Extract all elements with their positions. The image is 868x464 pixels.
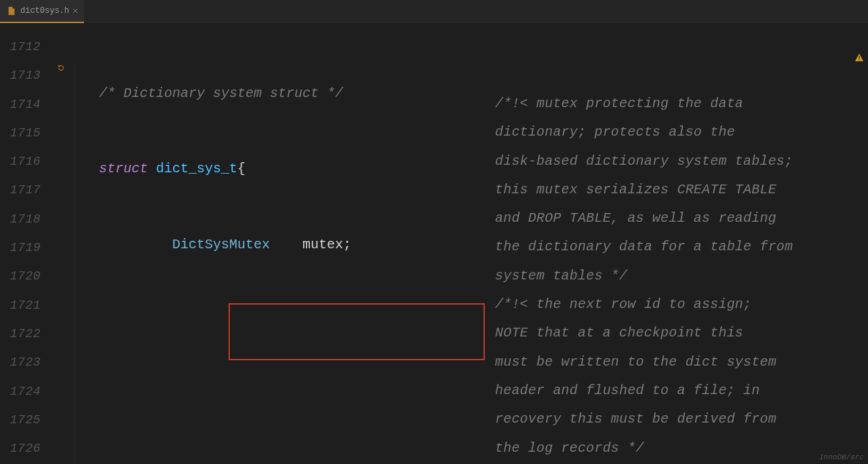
line-number: 1717 bbox=[0, 176, 49, 204]
file-icon bbox=[7, 6, 16, 16]
line-number: 1724 bbox=[0, 377, 49, 406]
line-number: 1722 bbox=[0, 320, 49, 348]
comment-text: dictionary; protects also the bbox=[495, 118, 863, 147]
line-number: 1723 bbox=[0, 348, 49, 376]
line-number: 1725 bbox=[0, 406, 49, 434]
close-icon[interactable] bbox=[71, 6, 80, 16]
comment-text: this mutex serializes CREATE TABLE bbox=[495, 176, 863, 204]
line-number: 1720 bbox=[0, 262, 49, 290]
comment-text: system tables */ bbox=[495, 262, 863, 290]
comment-text: the dictionary data for a table from bbox=[495, 233, 863, 261]
editor-margin bbox=[49, 23, 75, 464]
line-number: 1718 bbox=[0, 205, 49, 233]
doc-comment-column: /*!< mutex protecting the data dictionar… bbox=[495, 90, 863, 463]
svg-rect-1 bbox=[859, 60, 859, 60]
line-number-gutter: 1712 1713 1714 1715 1716 1717 1718 1719 … bbox=[0, 23, 49, 464]
keyword-token: struct bbox=[99, 161, 148, 176]
line-number: 1713 bbox=[0, 61, 49, 90]
comment-text: /*!< mutex protecting the data bbox=[495, 90, 863, 118]
comment-text: header and flushed to a file; in bbox=[495, 376, 863, 405]
line-number: 1726 bbox=[0, 434, 49, 463]
comment-text: NOTE that at a checkpoint this bbox=[495, 319, 863, 347]
type-token: DictSysMutex bbox=[172, 237, 270, 252]
refresh-marker-icon[interactable] bbox=[56, 62, 66, 73]
editor-tab[interactable]: dict0sys.h bbox=[0, 0, 84, 23]
comment-text: must be written to the dict system bbox=[495, 348, 863, 376]
comment-text: /*!< the next row id to assign; bbox=[495, 290, 863, 319]
line-number: 1715 bbox=[0, 119, 49, 147]
svg-rect-0 bbox=[859, 56, 859, 58]
warning-icon[interactable] bbox=[854, 53, 864, 65]
line-number: 1719 bbox=[0, 233, 49, 262]
tab-filename: dict0sys.h bbox=[20, 6, 69, 16]
comment-text: the log records */ bbox=[495, 434, 863, 463]
comment-text: disk-based dictionary system tables; bbox=[495, 147, 863, 176]
line-number: 1716 bbox=[0, 147, 49, 176]
member-token: mutex; bbox=[302, 237, 351, 252]
ide-watermark: InnoDB/src bbox=[819, 453, 864, 461]
comment-token: /* Dictionary system struct */ bbox=[99, 85, 343, 101]
tab-bar: dict0sys.h bbox=[0, 0, 868, 23]
line-number: 1712 bbox=[0, 33, 49, 61]
code-editor[interactable]: 1712 1713 1714 1715 1716 1717 1718 1719 … bbox=[0, 23, 868, 464]
line-number: 1714 bbox=[0, 90, 49, 119]
punct-token: { bbox=[237, 161, 245, 176]
comment-text: and DROP TABLE, as well as reading bbox=[495, 204, 863, 233]
type-token: dict_sys_t bbox=[156, 161, 237, 176]
line-number: 1721 bbox=[0, 291, 49, 320]
comment-text: recovery this must be derived from bbox=[495, 405, 863, 433]
